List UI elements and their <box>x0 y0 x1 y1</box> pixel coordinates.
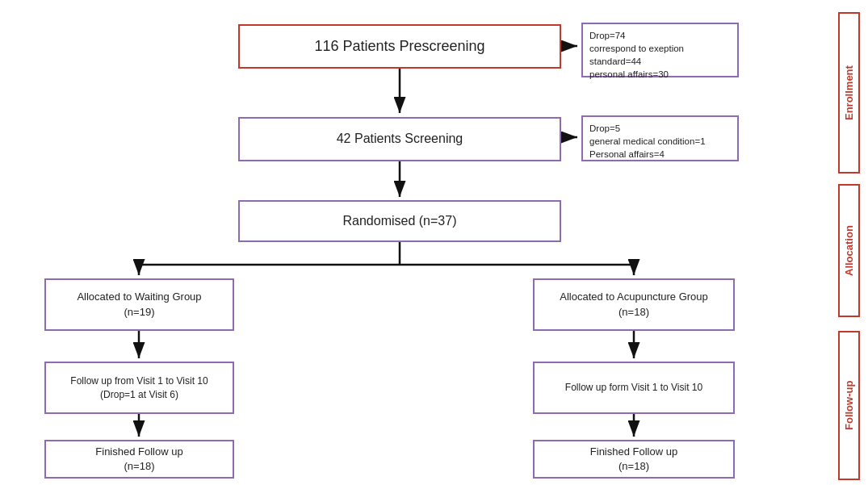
label-followup: Follow-up <box>838 331 860 480</box>
box-drop1: Drop=74 correspond to exeption standard=… <box>581 23 739 77</box>
box-followup-acupuncture: Follow up form Visit 1 to Visit 10 <box>533 362 735 414</box>
label-enrollment: Enrollment <box>838 12 860 174</box>
box-followup-waiting: Follow up from Visit 1 to Visit 10 (Drop… <box>44 362 234 414</box>
box-waiting: Allocated to Waiting Group (n=19) <box>44 278 234 331</box>
box-screening: 42 Patients Screening <box>238 117 561 161</box>
box-acupuncture: Allocated to Acupuncture Group (n=18) <box>533 278 735 331</box>
box-finished-waiting: Finished Follow up (n=18) <box>44 440 234 479</box>
box-drop2: Drop=5 general medical condition=1 Perso… <box>581 115 739 161</box>
label-allocation: Allocation <box>838 184 860 317</box>
box-prescreening: 116 Patients Prescreening <box>238 24 561 69</box>
box-finished-acupuncture: Finished Follow up (n=18) <box>533 440 735 479</box>
box-randomised: Randomised (n=37) <box>238 200 561 242</box>
diagram: Enrollment Allocation Follow-up 116 Pati… <box>0 0 868 485</box>
